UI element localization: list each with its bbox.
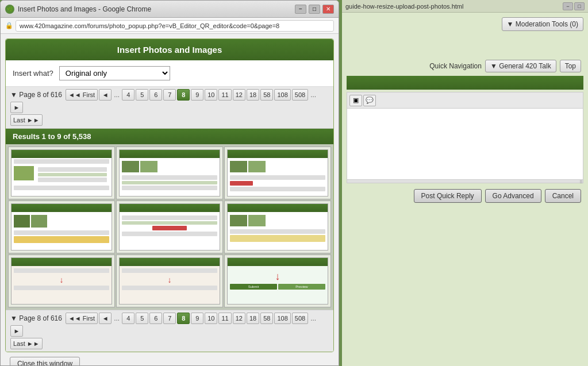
pagination-row-bottom: ▼ Page 8 of 616 ◄◄ First ◄ ... 4 5 6 7 8… (10, 313, 329, 337)
popup-header: Insert Photos and Images (6, 39, 333, 60)
quick-nav-label: Quick Navigation (429, 62, 482, 70)
right-panel: guide-how-resize-upload-post-photos.html… (342, 0, 588, 366)
prev-page-btn[interactable]: ◄ (99, 89, 112, 101)
first-page-btn[interactable]: ◄◄ First (66, 89, 98, 101)
ellipsis-2: ... (309, 91, 317, 99)
page-508-btn[interactable]: 508 (292, 89, 308, 101)
right-content: ▼ Moderation Tools (0) Quick Navigation … (342, 13, 588, 211)
popup-content: Insert Photos and Images Insert what? Or… (1, 34, 339, 366)
address-bar-input[interactable] (16, 20, 334, 32)
thumbnail-6[interactable] (224, 201, 331, 253)
results-header: Results 1 to 9 of 5,538 (6, 129, 333, 144)
reply-textarea[interactable] (347, 109, 583, 178)
bottom-page-info: ▼ Page 8 of 616 (10, 314, 62, 322)
reply-buttons: Post Quick Reply Go Advanced Cancel (347, 186, 583, 206)
page-18-btn[interactable]: 18 (247, 89, 259, 101)
thumb-image-3 (225, 147, 330, 199)
toolbar-chat-icon[interactable]: 💬 (363, 95, 376, 106)
quick-nav-dropdown[interactable]: ▼ General 420 Talk (485, 60, 556, 72)
chrome-addressbar: 🔒 (1, 18, 339, 34)
page-6-btn[interactable]: 6 (149, 89, 162, 101)
page-info: ▼ Page 8 of 616 (10, 91, 62, 99)
thumb-image-8: ↓ (117, 255, 222, 307)
chrome-window-controls: − □ ✕ (295, 5, 334, 14)
thumbnail-7[interactable]: ↓ (8, 255, 115, 307)
bottom-prev-page-btn[interactable]: ◄ (99, 313, 112, 324)
quick-nav-row: Quick Navigation ▼ General 420 Talk Top (347, 60, 583, 72)
page-9-btn[interactable]: 9 (191, 89, 203, 101)
page-7-btn[interactable]: 7 (163, 89, 176, 101)
thumbnail-4[interactable] (8, 201, 115, 253)
bottom-page-11-btn[interactable]: 11 (218, 313, 231, 324)
ellipsis-1: ... (113, 91, 121, 99)
thumb-image-6 (225, 201, 330, 253)
insert-what-select[interactable]: Original only Thumbnail only Thumbnail l… (59, 66, 170, 80)
bottom-page-9-btn[interactable]: 9 (191, 313, 203, 324)
bottom-last-row: Last ►► (10, 338, 329, 349)
reply-area: ▣ 💬 ⠿ (347, 92, 583, 183)
thumbnail-1[interactable] (8, 147, 115, 199)
pagination-row-top: ▼ Page 8 of 616 ◄◄ First ◄ ... 4 5 6 7 8… (10, 89, 329, 113)
bottom-page-508-btn[interactable]: 508 (292, 313, 308, 324)
page-8-btn[interactable]: 8 (177, 89, 190, 101)
right-browser-controls: − □ (563, 2, 585, 10)
bottom-next-page-btn[interactable]: ► (10, 325, 23, 337)
bottom-page-108-btn[interactable]: 108 (274, 313, 290, 324)
thumb-image-1 (9, 147, 114, 199)
bottom-page-6-btn[interactable]: 6 (149, 313, 162, 324)
green-divider (347, 76, 583, 90)
cancel-button[interactable]: Cancel (545, 189, 581, 203)
right-url: guide-how-resize-upload-post-photos.html (345, 3, 463, 10)
thumb-image-4 (9, 201, 114, 253)
top-pagination: ▼ Page 8 of 616 ◄◄ First ◄ ... 4 5 6 7 8… (6, 87, 333, 129)
bottom-last-page-btn[interactable]: Last ►► (10, 338, 43, 349)
moderation-tools-button[interactable]: ▼ Moderation Tools (0) (502, 17, 583, 31)
thumb-image-2 (117, 147, 222, 199)
page-11-btn[interactable]: 11 (218, 89, 231, 101)
page-10-btn[interactable]: 10 (205, 89, 217, 101)
close-button[interactable]: ✕ (322, 5, 334, 14)
bottom-page-8-btn[interactable]: 8 (177, 313, 190, 324)
thumbnail-8[interactable]: ↓ (116, 255, 223, 307)
bottom-page-7-btn[interactable]: 7 (163, 313, 176, 324)
minimize-button[interactable]: − (295, 5, 306, 14)
toolbar-grid-icon[interactable]: ▣ (349, 95, 362, 106)
next-page-btn[interactable]: ► (10, 102, 23, 113)
thumbnail-3[interactable] (224, 147, 331, 199)
bottom-ellipsis-2: ... (309, 314, 317, 322)
page-108-btn[interactable]: 108 (274, 89, 290, 101)
bottom-page-5-btn[interactable]: 5 (136, 313, 148, 324)
page-58-btn[interactable]: 58 (260, 89, 273, 101)
bottom-page-58-btn[interactable]: 58 (260, 313, 273, 324)
bottom-ellipsis-1: ... (113, 314, 121, 322)
main-panel: Insert Photos and Images Insert what? Or… (5, 38, 334, 352)
bottom-pagination: ▼ Page 8 of 616 ◄◄ First ◄ ... 4 5 6 7 8… (6, 310, 333, 352)
go-advanced-button[interactable]: Go Advanced (485, 189, 541, 203)
top-button[interactable]: Top (560, 60, 581, 72)
maximize-button[interactable]: □ (309, 5, 320, 14)
page-4-btn[interactable]: 4 (122, 89, 134, 101)
bottom-first-page-btn[interactable]: ◄◄ First (66, 313, 98, 324)
thumb-image-9: ↓ Submit Preview (225, 255, 330, 307)
bottom-page-18-btn[interactable]: 18 (247, 313, 259, 324)
resize-handle[interactable]: ⠿ (347, 179, 583, 183)
right-browser-bar: guide-how-resize-upload-post-photos.html… (342, 0, 588, 13)
thumbnail-2[interactable] (116, 147, 223, 199)
page-12-btn[interactable]: 12 (233, 89, 245, 101)
thumb-image-7: ↓ (9, 255, 114, 307)
close-window-button[interactable]: Close this window (10, 357, 80, 366)
thumbnail-9[interactable]: ↓ Submit Preview (224, 255, 331, 307)
close-btn-area: Close this window (5, 352, 334, 366)
last-page-btn[interactable]: Last ►► (10, 114, 43, 126)
bottom-page-4-btn[interactable]: 4 (122, 313, 134, 324)
right-minimize[interactable]: − (563, 2, 573, 10)
chrome-favicon: 🌿 (5, 5, 14, 14)
page-5-btn[interactable]: 5 (136, 89, 148, 101)
right-maximize[interactable]: □ (574, 2, 585, 10)
reply-toolbar: ▣ 💬 (347, 93, 583, 109)
post-quick-reply-button[interactable]: Post Quick Reply (414, 189, 482, 203)
bottom-page-10-btn[interactable]: 10 (205, 313, 217, 324)
bottom-page-12-btn[interactable]: 12 (233, 313, 245, 324)
pagination-row-last: Last ►► (10, 114, 329, 126)
thumbnail-5[interactable] (116, 201, 223, 253)
